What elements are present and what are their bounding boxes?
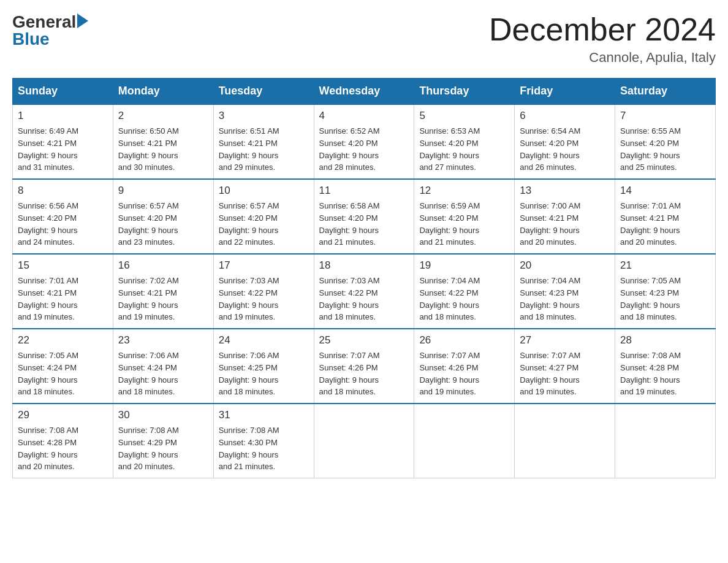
day-sunset: Sunset: 4:24 PM <box>118 363 177 372</box>
day-number: 23 <box>118 333 208 348</box>
page-header: General Blue December 2024 Cannole, Apul… <box>12 12 716 66</box>
day-daylight: Daylight: 9 hoursand 30 minutes. <box>118 151 178 172</box>
calendar-week-row: 15Sunrise: 7:01 AMSunset: 4:21 PMDayligh… <box>13 254 716 329</box>
table-row: 24Sunrise: 7:06 AMSunset: 4:25 PMDayligh… <box>213 329 314 404</box>
day-number: 19 <box>419 258 509 274</box>
day-sunrise: Sunrise: 6:55 AM <box>620 126 681 136</box>
table-row: 21Sunrise: 7:05 AMSunset: 4:23 PMDayligh… <box>615 254 716 329</box>
col-thursday: Thursday <box>414 79 515 105</box>
day-daylight: Daylight: 9 hoursand 19 minutes. <box>219 301 279 322</box>
day-sunset: Sunset: 4:21 PM <box>620 213 679 223</box>
day-daylight: Daylight: 9 hoursand 18 minutes. <box>419 301 479 322</box>
table-row: 2Sunrise: 6:50 AMSunset: 4:21 PMDaylight… <box>113 104 213 179</box>
day-daylight: Daylight: 9 hoursand 31 minutes. <box>18 151 78 172</box>
day-daylight: Daylight: 9 hoursand 19 minutes. <box>419 375 479 397</box>
table-row <box>314 404 414 478</box>
day-number: 29 <box>18 408 108 423</box>
day-daylight: Daylight: 9 hoursand 26 minutes. <box>520 151 580 172</box>
day-sunset: Sunset: 4:28 PM <box>620 363 679 372</box>
table-row: 20Sunrise: 7:04 AMSunset: 4:23 PMDayligh… <box>515 254 615 329</box>
day-number: 21 <box>620 258 710 274</box>
day-sunset: Sunset: 4:29 PM <box>118 438 177 447</box>
day-sunset: Sunset: 4:22 PM <box>219 288 278 297</box>
day-sunset: Sunset: 4:20 PM <box>319 213 378 223</box>
day-sunrise: Sunrise: 7:04 AM <box>520 276 580 285</box>
calendar-week-row: 29Sunrise: 7:08 AMSunset: 4:28 PMDayligh… <box>13 404 716 478</box>
table-row: 28Sunrise: 7:08 AMSunset: 4:28 PMDayligh… <box>615 329 716 404</box>
calendar-week-row: 1Sunrise: 6:49 AMSunset: 4:21 PMDaylight… <box>13 104 716 179</box>
day-number: 31 <box>219 408 309 423</box>
day-sunset: Sunset: 4:20 PM <box>520 139 578 148</box>
day-daylight: Daylight: 9 hoursand 23 minutes. <box>118 226 178 247</box>
day-sunrise: Sunrise: 6:56 AM <box>18 201 78 210</box>
day-sunset: Sunset: 4:21 PM <box>118 139 177 148</box>
day-number: 11 <box>319 183 409 199</box>
calendar-week-row: 22Sunrise: 7:05 AMSunset: 4:24 PMDayligh… <box>13 329 716 404</box>
day-sunrise: Sunrise: 7:02 AM <box>118 276 179 285</box>
day-sunset: Sunset: 4:25 PM <box>219 363 278 372</box>
day-sunrise: Sunrise: 7:05 AM <box>620 276 681 285</box>
table-row: 9Sunrise: 6:57 AMSunset: 4:20 PMDaylight… <box>113 179 213 254</box>
month-title: December 2024 <box>489 12 716 47</box>
day-number: 2 <box>118 109 208 124</box>
day-daylight: Daylight: 9 hoursand 21 minutes. <box>319 226 379 247</box>
calendar-table: Sunday Monday Tuesday Wednesday Thursday… <box>12 78 716 478</box>
day-number: 5 <box>419 109 509 124</box>
table-row: 23Sunrise: 7:06 AMSunset: 4:24 PMDayligh… <box>113 329 213 404</box>
day-sunset: Sunset: 4:26 PM <box>419 363 478 372</box>
day-daylight: Daylight: 9 hoursand 18 minutes. <box>520 301 580 322</box>
day-daylight: Daylight: 9 hoursand 21 minutes. <box>419 226 479 247</box>
day-daylight: Daylight: 9 hoursand 18 minutes. <box>18 375 78 397</box>
table-row: 13Sunrise: 7:00 AMSunset: 4:21 PMDayligh… <box>515 179 615 254</box>
day-sunrise: Sunrise: 7:06 AM <box>219 351 279 360</box>
day-sunrise: Sunrise: 7:07 AM <box>520 351 580 360</box>
day-daylight: Daylight: 9 hoursand 28 minutes. <box>319 151 379 172</box>
table-row: 1Sunrise: 6:49 AMSunset: 4:21 PMDaylight… <box>13 104 113 179</box>
day-sunrise: Sunrise: 6:58 AM <box>319 201 380 210</box>
day-number: 18 <box>319 258 409 274</box>
day-sunset: Sunset: 4:20 PM <box>419 139 478 148</box>
table-row <box>615 404 716 478</box>
day-sunset: Sunset: 4:21 PM <box>118 288 177 297</box>
day-number: 27 <box>520 333 610 348</box>
day-sunset: Sunset: 4:21 PM <box>520 213 578 223</box>
day-sunrise: Sunrise: 6:49 AM <box>18 126 78 136</box>
day-sunset: Sunset: 4:28 PM <box>18 438 77 447</box>
day-daylight: Daylight: 9 hoursand 18 minutes. <box>118 375 178 397</box>
logo-arrow-icon <box>77 13 88 28</box>
day-daylight: Daylight: 9 hoursand 27 minutes. <box>419 151 479 172</box>
calendar-header-row: Sunday Monday Tuesday Wednesday Thursday… <box>13 79 716 105</box>
table-row: 30Sunrise: 7:08 AMSunset: 4:29 PMDayligh… <box>113 404 213 478</box>
table-row: 16Sunrise: 7:02 AMSunset: 4:21 PMDayligh… <box>113 254 213 329</box>
day-daylight: Daylight: 9 hoursand 18 minutes. <box>219 375 279 397</box>
day-sunrise: Sunrise: 7:03 AM <box>319 276 380 285</box>
day-daylight: Daylight: 9 hoursand 20 minutes. <box>118 450 178 472</box>
day-sunrise: Sunrise: 6:59 AM <box>419 201 480 210</box>
table-row: 31Sunrise: 7:08 AMSunset: 4:30 PMDayligh… <box>213 404 314 478</box>
day-sunset: Sunset: 4:20 PM <box>319 139 378 148</box>
day-sunset: Sunset: 4:23 PM <box>520 288 578 297</box>
col-sunday: Sunday <box>13 79 113 105</box>
table-row: 12Sunrise: 6:59 AMSunset: 4:20 PMDayligh… <box>414 179 515 254</box>
day-sunset: Sunset: 4:22 PM <box>319 288 378 297</box>
day-daylight: Daylight: 9 hoursand 19 minutes. <box>620 375 680 397</box>
day-sunrise: Sunrise: 6:53 AM <box>419 126 480 136</box>
day-sunset: Sunset: 4:21 PM <box>18 139 77 148</box>
day-sunset: Sunset: 4:27 PM <box>520 363 578 372</box>
day-sunrise: Sunrise: 6:54 AM <box>520 126 580 136</box>
day-sunrise: Sunrise: 7:04 AM <box>419 276 480 285</box>
logo-blue-text: Blue <box>12 29 50 49</box>
title-section: December 2024 Cannole, Apulia, Italy <box>489 12 716 66</box>
day-sunset: Sunset: 4:22 PM <box>419 288 478 297</box>
day-sunset: Sunset: 4:23 PM <box>620 288 679 297</box>
day-number: 8 <box>18 183 108 199</box>
day-number: 17 <box>219 258 309 274</box>
day-sunset: Sunset: 4:26 PM <box>319 363 378 372</box>
day-daylight: Daylight: 9 hoursand 18 minutes. <box>620 301 680 322</box>
day-daylight: Daylight: 9 hoursand 20 minutes. <box>620 226 680 247</box>
day-sunrise: Sunrise: 7:06 AM <box>118 351 179 360</box>
day-daylight: Daylight: 9 hoursand 24 minutes. <box>18 226 78 247</box>
table-row: 29Sunrise: 7:08 AMSunset: 4:28 PMDayligh… <box>13 404 113 478</box>
day-number: 7 <box>620 109 710 124</box>
day-sunset: Sunset: 4:21 PM <box>219 139 278 148</box>
